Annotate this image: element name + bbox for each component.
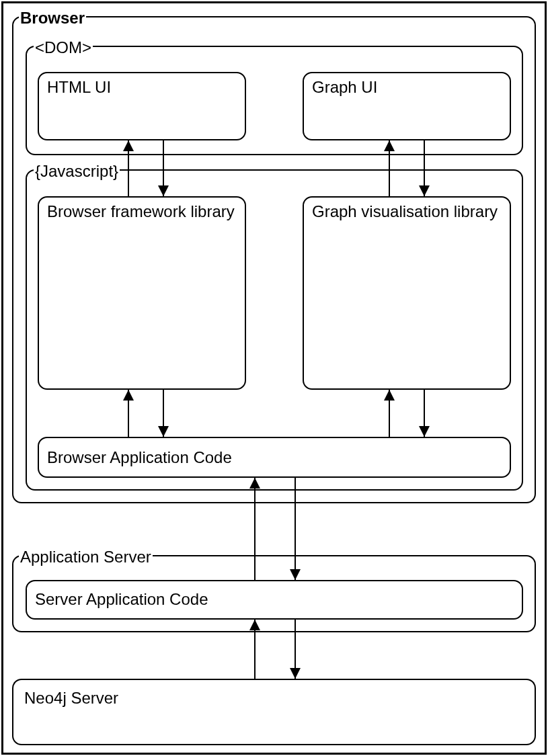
- graphviz-library-box: Graph visualisation library: [303, 196, 511, 390]
- arrow-up-icon: [249, 478, 260, 489]
- arrow-down-icon: [158, 426, 169, 437]
- javascript-title: {Javascript}: [34, 163, 120, 180]
- graph-ui-box: Graph UI: [303, 72, 511, 140]
- arrow-down-icon: [419, 426, 430, 437]
- arrow-down-icon: [290, 668, 301, 679]
- html-ui-box: HTML UI: [38, 72, 246, 140]
- neo4j-server-box: Neo4j Server: [12, 679, 536, 745]
- framework-library-box: Browser framework library: [38, 196, 246, 390]
- arrow-up-icon: [384, 140, 395, 151]
- graphviz-library-label: Graph visualisation library: [312, 203, 502, 220]
- html-ui-label: HTML UI: [47, 79, 111, 96]
- arrow-down-icon: [158, 185, 169, 196]
- arrow-up-icon: [123, 390, 134, 401]
- dom-title: <DOM>: [34, 39, 93, 56]
- architecture-diagram: Browser <DOM> HTML UI Graph UI {Javascri…: [0, 0, 548, 756]
- connector-line: [295, 478, 296, 580]
- browser-title: Browser: [19, 9, 86, 27]
- server-app-code-label: Server Application Code: [35, 591, 208, 608]
- framework-library-label: Browser framework library: [47, 203, 237, 220]
- connector-line: [254, 478, 256, 580]
- app-server-title: Application Server: [19, 548, 153, 566]
- browser-app-code-label: Browser Application Code: [47, 449, 232, 466]
- browser-app-code-box: Browser Application Code: [38, 437, 511, 478]
- graph-ui-label: Graph UI: [312, 79, 377, 96]
- arrow-down-icon: [419, 185, 430, 196]
- arrow-up-icon: [384, 390, 395, 401]
- arrow-up-icon: [123, 140, 134, 151]
- neo4j-server-label: Neo4j Server: [24, 689, 118, 707]
- server-app-code-box: Server Application Code: [26, 580, 523, 620]
- arrow-up-icon: [249, 620, 260, 630]
- arrow-down-icon: [290, 569, 301, 580]
